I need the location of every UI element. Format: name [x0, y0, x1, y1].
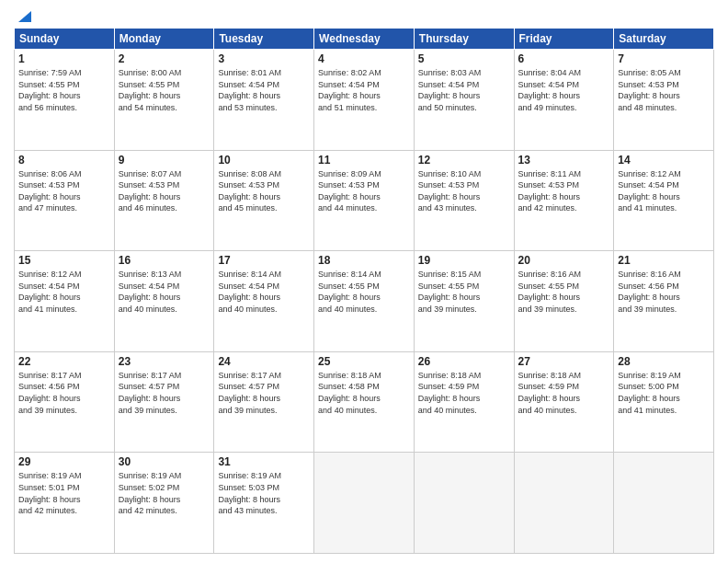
day-number: 4 — [318, 52, 410, 65]
day-number: 31 — [218, 455, 310, 468]
day-number: 5 — [418, 52, 510, 65]
day-number: 2 — [119, 52, 210, 65]
day-details: Sunrise: 8:17 AM Sunset: 4:57 PM Dayligh… — [218, 370, 310, 416]
table-row: 19Sunrise: 8:15 AM Sunset: 4:55 PM Dayli… — [414, 251, 514, 352]
table-row: 18Sunrise: 8:14 AM Sunset: 4:55 PM Dayli… — [314, 251, 415, 352]
logo — [14, 9, 31, 22]
day-details: Sunrise: 8:17 AM Sunset: 4:57 PM Dayligh… — [119, 370, 210, 416]
table-row: 27Sunrise: 8:18 AM Sunset: 4:59 PM Dayli… — [514, 351, 614, 453]
table-row: 26Sunrise: 8:18 AM Sunset: 4:59 PM Dayli… — [414, 351, 514, 453]
table-row: 25Sunrise: 8:18 AM Sunset: 4:58 PM Dayli… — [314, 351, 415, 453]
day-number: 6 — [518, 52, 610, 65]
day-number: 24 — [218, 355, 310, 368]
day-number: 27 — [518, 355, 610, 368]
table-row: 31Sunrise: 8:19 AM Sunset: 5:03 PM Dayli… — [214, 453, 314, 554]
day-details: Sunrise: 8:01 AM Sunset: 4:54 PM Dayligh… — [218, 67, 310, 113]
day-details: Sunrise: 8:17 AM Sunset: 4:56 PM Dayligh… — [18, 370, 110, 416]
calendar-table: Sunday Monday Tuesday Wednesday Thursday… — [14, 28, 714, 554]
table-row — [514, 453, 614, 554]
day-details: Sunrise: 8:04 AM Sunset: 4:54 PM Dayligh… — [518, 67, 610, 113]
table-row: 24Sunrise: 8:17 AM Sunset: 4:57 PM Dayli… — [214, 351, 314, 453]
day-details: Sunrise: 8:08 AM Sunset: 4:53 PM Dayligh… — [218, 168, 310, 214]
day-number: 1 — [18, 52, 110, 65]
day-details: Sunrise: 8:18 AM Sunset: 4:58 PM Dayligh… — [318, 370, 410, 416]
table-row: 9Sunrise: 8:07 AM Sunset: 4:53 PM Daylig… — [114, 150, 214, 251]
day-number: 22 — [18, 355, 110, 368]
calendar-week-row: 29Sunrise: 8:19 AM Sunset: 5:01 PM Dayli… — [15, 453, 714, 554]
day-details: Sunrise: 8:13 AM Sunset: 4:54 PM Dayligh… — [119, 269, 210, 315]
day-details: Sunrise: 8:16 AM Sunset: 4:55 PM Dayligh… — [518, 269, 610, 315]
day-number: 11 — [318, 154, 410, 167]
day-number: 8 — [18, 154, 110, 167]
day-details: Sunrise: 8:19 AM Sunset: 5:03 PM Dayligh… — [218, 470, 310, 516]
day-details: Sunrise: 8:05 AM Sunset: 4:53 PM Dayligh… — [618, 67, 710, 113]
calendar-header-row: Sunday Monday Tuesday Wednesday Thursday… — [15, 29, 714, 50]
calendar-week-row: 15Sunrise: 8:12 AM Sunset: 4:54 PM Dayli… — [15, 251, 714, 352]
table-row: 2Sunrise: 8:00 AM Sunset: 4:55 PM Daylig… — [114, 50, 214, 151]
day-details: Sunrise: 8:12 AM Sunset: 4:54 PM Dayligh… — [18, 269, 110, 315]
header — [14, 9, 714, 22]
table-row: 21Sunrise: 8:16 AM Sunset: 4:56 PM Dayli… — [614, 251, 714, 352]
page: Sunday Monday Tuesday Wednesday Thursday… — [0, 0, 728, 563]
day-number: 18 — [318, 254, 410, 267]
table-row: 20Sunrise: 8:16 AM Sunset: 4:55 PM Dayli… — [514, 251, 614, 352]
table-row: 10Sunrise: 8:08 AM Sunset: 4:53 PM Dayli… — [214, 150, 314, 251]
day-details: Sunrise: 8:00 AM Sunset: 4:55 PM Dayligh… — [119, 67, 210, 113]
table-row: 4Sunrise: 8:02 AM Sunset: 4:54 PM Daylig… — [314, 50, 415, 151]
day-number: 30 — [119, 455, 210, 468]
table-row: 13Sunrise: 8:11 AM Sunset: 4:53 PM Dayli… — [514, 150, 614, 251]
table-row: 12Sunrise: 8:10 AM Sunset: 4:53 PM Dayli… — [414, 150, 514, 251]
day-details: Sunrise: 8:18 AM Sunset: 4:59 PM Dayligh… — [518, 370, 610, 416]
day-number: 10 — [218, 154, 310, 167]
day-details: Sunrise: 8:15 AM Sunset: 4:55 PM Dayligh… — [418, 269, 510, 315]
table-row: 14Sunrise: 8:12 AM Sunset: 4:54 PM Dayli… — [614, 150, 714, 251]
table-row: 7Sunrise: 8:05 AM Sunset: 4:53 PM Daylig… — [614, 50, 714, 151]
day-number: 13 — [518, 154, 610, 167]
day-details: Sunrise: 8:12 AM Sunset: 4:54 PM Dayligh… — [618, 168, 710, 214]
table-row — [614, 453, 714, 554]
day-number: 26 — [418, 355, 510, 368]
table-row: 5Sunrise: 8:03 AM Sunset: 4:54 PM Daylig… — [414, 50, 514, 151]
day-number: 20 — [518, 254, 610, 267]
logo-triangle-icon — [15, 7, 31, 24]
table-row — [314, 453, 415, 554]
day-details: Sunrise: 8:14 AM Sunset: 4:55 PM Dayligh… — [318, 269, 410, 315]
day-number: 15 — [18, 254, 110, 267]
day-details: Sunrise: 8:19 AM Sunset: 5:02 PM Dayligh… — [119, 470, 210, 516]
day-details: Sunrise: 8:18 AM Sunset: 4:59 PM Dayligh… — [418, 370, 510, 416]
table-row: 28Sunrise: 8:19 AM Sunset: 5:00 PM Dayli… — [614, 351, 714, 453]
header-sunday: Sunday — [15, 29, 115, 50]
day-details: Sunrise: 8:03 AM Sunset: 4:54 PM Dayligh… — [418, 67, 510, 113]
day-number: 3 — [218, 52, 310, 65]
header-monday: Monday — [114, 29, 214, 50]
table-row: 30Sunrise: 8:19 AM Sunset: 5:02 PM Dayli… — [114, 453, 214, 554]
day-number: 16 — [119, 254, 210, 267]
table-row: 1Sunrise: 7:59 AM Sunset: 4:55 PM Daylig… — [15, 50, 115, 151]
table-row: 11Sunrise: 8:09 AM Sunset: 4:53 PM Dayli… — [314, 150, 415, 251]
day-details: Sunrise: 8:19 AM Sunset: 5:00 PM Dayligh… — [618, 370, 710, 416]
day-number: 28 — [618, 355, 710, 368]
day-number: 12 — [418, 154, 510, 167]
day-number: 7 — [618, 52, 710, 65]
day-details: Sunrise: 8:02 AM Sunset: 4:54 PM Dayligh… — [318, 67, 410, 113]
day-number: 25 — [318, 355, 410, 368]
header-wednesday: Wednesday — [314, 29, 415, 50]
day-number: 17 — [218, 254, 310, 267]
day-details: Sunrise: 8:06 AM Sunset: 4:53 PM Dayligh… — [18, 168, 110, 214]
day-number: 21 — [618, 254, 710, 267]
day-details: Sunrise: 8:10 AM Sunset: 4:53 PM Dayligh… — [418, 168, 510, 214]
table-row: 23Sunrise: 8:17 AM Sunset: 4:57 PM Dayli… — [114, 351, 214, 453]
day-number: 14 — [618, 154, 710, 167]
day-details: Sunrise: 7:59 AM Sunset: 4:55 PM Dayligh… — [18, 67, 110, 113]
day-details: Sunrise: 8:09 AM Sunset: 4:53 PM Dayligh… — [318, 168, 410, 214]
table-row: 17Sunrise: 8:14 AM Sunset: 4:54 PM Dayli… — [214, 251, 314, 352]
table-row — [414, 453, 514, 554]
table-row: 8Sunrise: 8:06 AM Sunset: 4:53 PM Daylig… — [15, 150, 115, 251]
day-number: 19 — [418, 254, 510, 267]
day-details: Sunrise: 8:14 AM Sunset: 4:54 PM Dayligh… — [218, 269, 310, 315]
header-thursday: Thursday — [414, 29, 514, 50]
table-row: 3Sunrise: 8:01 AM Sunset: 4:54 PM Daylig… — [214, 50, 314, 151]
calendar-week-row: 8Sunrise: 8:06 AM Sunset: 4:53 PM Daylig… — [15, 150, 714, 251]
day-details: Sunrise: 8:11 AM Sunset: 4:53 PM Dayligh… — [518, 168, 610, 214]
table-row: 29Sunrise: 8:19 AM Sunset: 5:01 PM Dayli… — [15, 453, 115, 554]
